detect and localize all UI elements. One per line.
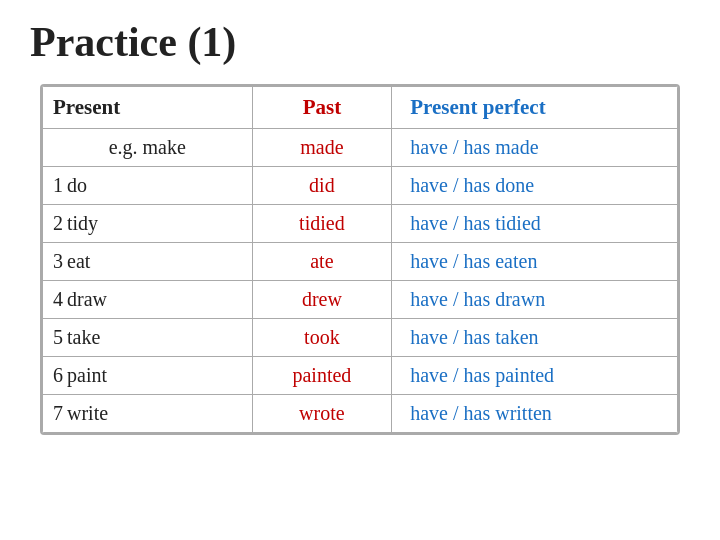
- cell-present: 2tidy: [43, 205, 253, 243]
- cell-present: 4draw: [43, 281, 253, 319]
- cell-present: 1do: [43, 167, 253, 205]
- header-past: Past: [252, 87, 392, 129]
- cell-present: 3eat: [43, 243, 253, 281]
- cell-perfect: have / has painted: [392, 357, 678, 395]
- cell-present: 5take: [43, 319, 253, 357]
- cell-perfect: have / has made: [392, 129, 678, 167]
- cell-perfect: have / has tidied: [392, 205, 678, 243]
- header-perfect: Present perfect: [392, 87, 678, 129]
- cell-past: painted: [252, 357, 392, 395]
- cell-past: ate: [252, 243, 392, 281]
- cell-past: took: [252, 319, 392, 357]
- cell-perfect: have / has done: [392, 167, 678, 205]
- table-row: 7writewrotehave / has written: [43, 395, 678, 433]
- table-row: 2tidytidiedhave / has tidied: [43, 205, 678, 243]
- page-title: Practice (1): [30, 18, 690, 66]
- cell-past: drew: [252, 281, 392, 319]
- cell-perfect: have / has eaten: [392, 243, 678, 281]
- cell-past: made: [252, 129, 392, 167]
- table-header-row: Present Past Present perfect: [43, 87, 678, 129]
- cell-present: 6paint: [43, 357, 253, 395]
- header-present: Present: [43, 87, 253, 129]
- table-row: 4drawdrewhave / has drawn: [43, 281, 678, 319]
- cell-present: 7write: [43, 395, 253, 433]
- cell-perfect: have / has drawn: [392, 281, 678, 319]
- table-row: 6paintpaintedhave / has painted: [43, 357, 678, 395]
- cell-perfect: have / has taken: [392, 319, 678, 357]
- cell-past: did: [252, 167, 392, 205]
- table-row: 3eatatehave / has eaten: [43, 243, 678, 281]
- cell-perfect: have / has written: [392, 395, 678, 433]
- practice-table: Present Past Present perfect e.g. makema…: [40, 84, 680, 435]
- table-row: e.g. makemadehave / has made: [43, 129, 678, 167]
- table-row: 5taketookhave / has taken: [43, 319, 678, 357]
- cell-past: wrote: [252, 395, 392, 433]
- cell-present: e.g. make: [43, 129, 253, 167]
- table-row: 1dodidhave / has done: [43, 167, 678, 205]
- cell-past: tidied: [252, 205, 392, 243]
